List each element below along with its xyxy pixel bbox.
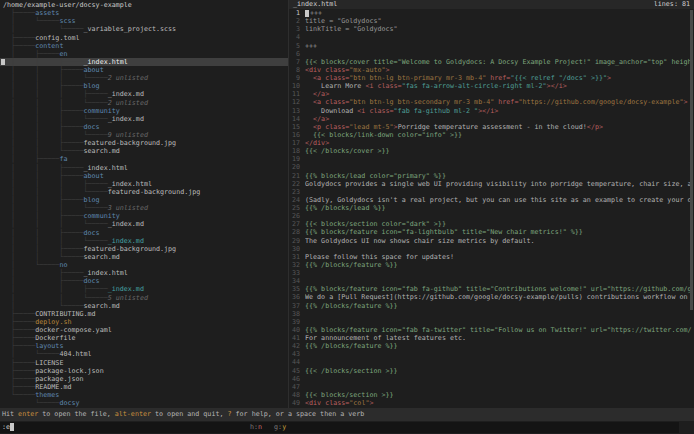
tree-branch-lines: ├───── bbox=[3, 310, 35, 318]
tree-item-no[interactable]: │ └─────no bbox=[3, 261, 288, 269]
tree-item-9-unlisted[interactable]: │ │ │ └─────9 unlisted bbox=[3, 131, 288, 139]
help-text: Hit bbox=[2, 410, 18, 418]
preview-line: 23 bbox=[291, 188, 694, 196]
tree-item-docs[interactable]: │ │ ├─────docs bbox=[3, 123, 288, 131]
line-number: 13 bbox=[291, 107, 300, 115]
line-number: 30 bbox=[291, 245, 300, 253]
tree-item-_index.html[interactable]: │ │ ├─────_index.html bbox=[3, 164, 288, 172]
tree-item-5-unlisted[interactable]: │ │ └─────5 unlisted bbox=[3, 294, 288, 302]
line-content bbox=[305, 269, 694, 277]
tree-item-label: featured-background.jpg bbox=[84, 245, 177, 253]
tree-item-docsy[interactable]: └─────docsy bbox=[3, 399, 288, 407]
tree-item-_index.md[interactable]: │ │ │ └─────_index.md bbox=[3, 220, 288, 228]
tree-item-featured-background.jpg[interactable]: │ │ ├─────featured-background.jpg bbox=[3, 245, 288, 253]
preview-line: 21{{% blocks/lead color="primary" %}} bbox=[291, 172, 694, 180]
tree-item-_index.md[interactable]: │ │ │ └─────_index.md bbox=[3, 115, 288, 123]
tree-item-about[interactable]: │ │ ├─────about bbox=[3, 172, 288, 180]
tree-item-content[interactable]: ├─────content bbox=[3, 42, 288, 50]
line-number: 42 bbox=[291, 342, 300, 350]
tree-item-_index.html[interactable]: │ │ ├─────_index.html bbox=[0, 58, 288, 66]
line-content bbox=[305, 33, 694, 41]
tree-item--home-example-user-docsy-example[interactable]: /home/example-user/docsy-example bbox=[3, 1, 288, 9]
command-input-field[interactable]: :e bbox=[0, 422, 679, 433]
tree-item-label: /home/example-user/docsy-example bbox=[3, 1, 132, 9]
preview-line: 32{{% /blocks/feature %}} bbox=[291, 261, 694, 269]
tree-item-label: 404.html bbox=[59, 350, 91, 358]
preview-line: 24(Sadly, Goldydocs isn't a real project… bbox=[291, 196, 694, 204]
tree-item-404.html[interactable]: │ └─────404.html bbox=[3, 350, 288, 358]
line-number: 7 bbox=[291, 58, 300, 66]
preview-line: 46 bbox=[291, 375, 694, 383]
tree-item-_variables_project.scss[interactable]: │ └─────_variables_project.scss bbox=[3, 25, 288, 33]
tree-branch-lines: │ │ ├───── bbox=[3, 229, 84, 237]
tree-branch-lines: │ │ │ └───── bbox=[3, 99, 108, 107]
tree-item-_index.html[interactable]: │ │ │ ├─────_index.html bbox=[3, 180, 288, 188]
tree-item-themes[interactable]: └─────themes bbox=[3, 391, 288, 399]
tree-item-label: featured-background.jpg bbox=[108, 188, 201, 196]
tree-item-config.toml[interactable]: ├─────config.toml bbox=[3, 34, 288, 42]
preview-cursor bbox=[305, 10, 309, 17]
tree-item-label: 3 unlisted bbox=[108, 204, 148, 212]
line-content: {{< blocks/section >}} bbox=[305, 391, 694, 399]
tree-branch-lines: │ │ ├───── bbox=[3, 245, 84, 253]
tree-item-docker-compose.yaml[interactable]: ├─────docker-compose.yaml bbox=[3, 326, 288, 334]
tree-item-package-lock.json[interactable]: ├─────package-lock.json bbox=[3, 367, 288, 375]
tree-item-search.md[interactable]: │ │ └─────search.md bbox=[3, 253, 288, 261]
tree-item-deploy.sh[interactable]: ├─────deploy.sh bbox=[3, 318, 288, 326]
tree-item-blog[interactable]: │ │ ├─────blog bbox=[3, 196, 288, 204]
tree-branch-lines: │ ├───── bbox=[3, 269, 84, 277]
line-content: {{< blocks/section color="dark" >}} bbox=[305, 220, 694, 228]
tree-item-package.json[interactable]: ├─────package.json bbox=[3, 375, 288, 383]
line-content: Goldydocs provides a single web UI provi… bbox=[305, 180, 694, 188]
tree-item-LICENSE[interactable]: ├─────LICENSE bbox=[3, 359, 288, 367]
preview-line-count: lines: 81 bbox=[654, 0, 690, 9]
preview-line: 9 <a class="btn btn-lg btn-primary mr-3 … bbox=[291, 74, 694, 82]
line-number: 25 bbox=[291, 204, 300, 212]
line-content bbox=[305, 318, 694, 326]
tree-item-label: LICENSE bbox=[35, 359, 63, 367]
tree-item-community[interactable]: │ │ ├─────community bbox=[3, 107, 288, 115]
preview-content: 1+++2title = "Goldydocs"3linkTitle = "Go… bbox=[289, 9, 694, 407]
tree-item-featured-background.jpg[interactable]: │ │ │ └─────featured-background.jpg bbox=[3, 188, 288, 196]
line-number: 21 bbox=[291, 172, 300, 180]
tree-item-label: docs bbox=[84, 123, 100, 131]
tree-item-about[interactable]: │ │ ├─────about bbox=[3, 66, 288, 74]
tree-item-label: config.toml bbox=[35, 34, 79, 42]
flag-h[interactable]: h:n bbox=[250, 422, 262, 433]
tree-item-README.md[interactable]: ├─────README.md bbox=[3, 383, 288, 391]
flag-g[interactable]: g:y bbox=[274, 422, 286, 433]
line-number: 36 bbox=[291, 293, 300, 301]
tree-item-_index.md[interactable]: │ │ │ ├─────_index.md bbox=[3, 90, 288, 98]
tree-item-en[interactable]: │ ├─────en bbox=[3, 50, 288, 58]
tree-item-2-unlisted[interactable]: │ │ │ └─────2 unlisted bbox=[3, 99, 288, 107]
line-content: {{% blocks/feature icon="fab fa-twitter"… bbox=[305, 326, 694, 334]
tree-item-fa[interactable]: │ ├─────fa bbox=[3, 155, 288, 163]
line-content: {{< /blocks/section >}} bbox=[305, 367, 694, 375]
preview-line: 13 Download <i class="fab fa-github ml-2… bbox=[291, 107, 694, 115]
line-content: +++ bbox=[305, 42, 694, 50]
preview-line: 43 bbox=[291, 350, 694, 358]
tree-item-CONTRIBUTING.md[interactable]: ├─────CONTRIBUTING.md bbox=[3, 310, 288, 318]
preview-line: 39 bbox=[291, 318, 694, 326]
tree-branch-lines: │ └───── bbox=[3, 350, 59, 358]
line-content bbox=[305, 383, 694, 391]
tree-item-label: _index.html bbox=[84, 58, 128, 66]
tree-item-label: about bbox=[84, 172, 104, 180]
tree-branch-lines: │ │ ├───── bbox=[3, 139, 84, 147]
line-content bbox=[305, 310, 694, 318]
preview-scrollbar[interactable] bbox=[690, 10, 693, 310]
line-number: 15 bbox=[291, 123, 300, 131]
line-number: 24 bbox=[291, 196, 300, 204]
line-content bbox=[305, 50, 694, 58]
tree-branch-lines: │ │ ├───── bbox=[3, 164, 84, 172]
tree-branch-lines: │ └───── bbox=[3, 261, 59, 269]
preview-line: 45{{< /blocks/section >}} bbox=[291, 367, 694, 375]
preview-line: 41For announcement of latest features et… bbox=[291, 334, 694, 342]
tree-item-_index.md[interactable]: │ │ │ └─────_index.md bbox=[3, 237, 288, 245]
line-content: {{< blocks/link-down color="info" >}} bbox=[305, 131, 694, 139]
tree-item-docs[interactable]: │ │ ├─────docs bbox=[3, 229, 288, 237]
tree-item-search.md[interactable]: │ └─────search.md bbox=[3, 302, 288, 310]
tree-branch-lines: │ │ │ └───── bbox=[3, 237, 108, 245]
tree-item-_index.md[interactable]: │ │ ├─────_index.md bbox=[3, 285, 288, 293]
line-number: 23 bbox=[291, 188, 300, 196]
